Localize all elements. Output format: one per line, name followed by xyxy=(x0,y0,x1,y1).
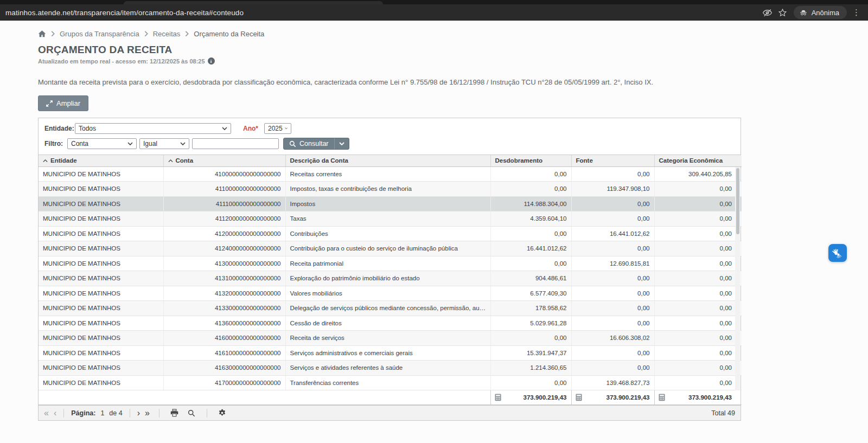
table-row[interactable]: MUNICIPIO DE MATINHOS 416000000000000000… xyxy=(39,331,742,346)
col-label: Descrição da Conta xyxy=(290,157,348,164)
cell-categoria: 0,00 xyxy=(654,361,742,376)
browser-menu-icon[interactable]: ⋮ xyxy=(850,8,863,17)
divider xyxy=(130,409,130,418)
table-row[interactable]: MUNICIPIO DE MATINHOS 412400000000000000… xyxy=(39,241,742,256)
libras-accessibility-button[interactable] xyxy=(828,244,847,262)
table-row[interactable]: MUNICIPIO DE MATINHOS 413200000000000000… xyxy=(39,286,742,301)
settings-gear-icon[interactable] xyxy=(216,408,228,419)
breadcrumb-grupos[interactable]: Grupos da Transparência xyxy=(60,30,139,38)
ano-select[interactable]: 2025 xyxy=(264,123,291,134)
cell-conta: 4170000000000000000 xyxy=(163,375,285,390)
cell-conta: 4160000000000000000 xyxy=(163,331,285,346)
consultar-label: Consultar xyxy=(299,140,329,147)
table-scrollbar[interactable] xyxy=(735,167,740,390)
table-row[interactable]: MUNICIPIO DE MATINHOS 413600000000000000… xyxy=(39,316,742,331)
cell-categoria: 0,00 xyxy=(654,331,742,346)
cell-desdobramento: 16.441.012,62 xyxy=(490,241,571,256)
chevron-right-icon xyxy=(144,31,148,37)
eye-off-icon[interactable] xyxy=(760,5,775,20)
data-panel: Entidade: Todos Ano* 2025 Filtro: Conta xyxy=(38,118,741,421)
table-row[interactable]: MUNICIPIO DE MATINHOS 413000000000000000… xyxy=(39,256,742,271)
cell-entidade: MUNICIPIO DE MATINHOS xyxy=(39,361,163,376)
cell-entidade: MUNICIPIO DE MATINHOS xyxy=(39,256,163,271)
col-label: Entidade xyxy=(50,157,77,164)
col-header-entidade[interactable]: Entidade xyxy=(39,155,163,166)
cell-descricao: Transferências correntes xyxy=(285,375,490,390)
col-header-fonte[interactable]: Fonte xyxy=(571,155,654,166)
col-label: Desdobramento xyxy=(495,157,543,164)
bookmark-star-icon[interactable] xyxy=(775,5,790,20)
cell-descricao: Receita de serviços xyxy=(285,331,490,346)
col-header-categoria[interactable]: Categoria Econômica xyxy=(654,155,742,166)
cell-conta: 4161000000000000000 xyxy=(163,345,285,361)
cell-categoria: 0,00 xyxy=(654,226,742,241)
next-page-button[interactable]: › xyxy=(137,409,140,418)
table-row[interactable]: MUNICIPIO DE MATINHOS 416300000000000000… xyxy=(39,361,742,376)
cell-fonte: 119.347.908,10 xyxy=(571,182,654,197)
zoom-search-icon[interactable] xyxy=(186,408,197,419)
cell-entidade: MUNICIPIO DE MATINHOS xyxy=(39,241,163,256)
consultar-dropdown-arrow[interactable] xyxy=(334,138,349,149)
last-page-button[interactable]: » xyxy=(145,409,150,418)
cell-conta: 4110000000000000000 xyxy=(163,182,285,197)
url-bar[interactable]: matinhos.atende.net/transparencia/item/o… xyxy=(5,9,244,17)
cell-entidade: MUNICIPIO DE MATINHOS xyxy=(39,331,163,346)
col-header-desdobramento[interactable]: Desdobramento xyxy=(490,155,571,166)
col-header-descricao[interactable]: Descrição da Conta xyxy=(285,155,490,166)
incognito-label: Anônima xyxy=(812,9,839,17)
breadcrumb: Grupos da Transparência Receitas Orçamen… xyxy=(38,30,741,38)
cell-conta: 4124000000000000000 xyxy=(163,241,285,256)
cell-entidade: MUNICIPIO DE MATINHOS xyxy=(39,286,163,301)
incognito-badge[interactable]: Anônima xyxy=(794,6,847,19)
entidade-select[interactable]: Todos xyxy=(75,123,231,134)
table-row[interactable]: MUNICIPIO DE MATINHOS 416100000000000000… xyxy=(39,345,742,361)
table-row[interactable]: MUNICIPIO DE MATINHOS 413300000000000000… xyxy=(39,301,742,316)
filtro-operador-select[interactable]: Igual xyxy=(139,138,189,149)
chevron-down-icon xyxy=(339,142,344,145)
first-page-button[interactable]: « xyxy=(44,409,49,418)
entidade-label: Entidade: xyxy=(44,125,75,132)
col-header-conta[interactable]: Conta xyxy=(163,155,285,166)
page-label: Página: xyxy=(71,409,95,417)
filtro-campo-select[interactable]: Conta xyxy=(67,138,137,149)
breadcrumb-receitas[interactable]: Receitas xyxy=(153,30,181,38)
cell-desdobramento: 0,00 xyxy=(490,331,571,346)
table-footer: « ‹ Página: 1 de 4 › » xyxy=(39,405,741,420)
consultar-button[interactable]: Consultar xyxy=(283,138,349,150)
cell-conta: 4111000000000000000 xyxy=(163,196,285,211)
cell-fonte: 0,00 xyxy=(571,286,654,301)
cell-entidade: MUNICIPIO DE MATINHOS xyxy=(39,271,163,286)
scrollbar-thumb[interactable] xyxy=(736,168,739,234)
table-row[interactable]: MUNICIPIO DE MATINHOS 410000000000000000… xyxy=(39,166,742,182)
print-icon[interactable] xyxy=(169,408,181,419)
total-desdobramento-cell: 373.900.219,43 xyxy=(490,390,571,405)
totals-row: 373.900.219,43 373.900.219,43 xyxy=(39,390,742,405)
page-description: Montante da receita prevista para o exer… xyxy=(38,78,741,86)
cell-desdobramento: 114.988.304,00 xyxy=(490,196,571,211)
home-icon[interactable] xyxy=(38,30,46,38)
table-row[interactable]: MUNICIPIO DE MATINHOS 413100000000000000… xyxy=(39,271,742,286)
browser-tab[interactable] xyxy=(124,1,383,4)
info-icon[interactable]: i xyxy=(208,57,215,65)
table-row[interactable]: MUNICIPIO DE MATINHOS 417000000000000000… xyxy=(39,375,742,390)
cell-descricao: Delegação de serviços públicos mediante … xyxy=(285,301,490,316)
cell-categoria: 0,00 xyxy=(654,316,742,331)
cell-descricao: Valores mobiliários xyxy=(285,286,490,301)
incognito-icon xyxy=(799,8,808,17)
ano-label: Ano* xyxy=(243,125,258,132)
table-row[interactable]: MUNICIPIO DE MATINHOS 411100000000000000… xyxy=(39,196,742,211)
filtro-valor-input[interactable] xyxy=(192,138,279,149)
cell-descricao: Serviços administrativos e comerciais ge… xyxy=(285,345,490,361)
table-row[interactable]: MUNICIPIO DE MATINHOS 411200000000000000… xyxy=(39,211,742,227)
cell-fonte: 0,00 xyxy=(571,196,654,211)
ano-value: 2025 xyxy=(268,125,283,132)
current-page[interactable]: 1 xyxy=(100,409,104,417)
ampliar-button[interactable]: Ampliar xyxy=(38,95,88,111)
table-row[interactable]: MUNICIPIO DE MATINHOS 411000000000000000… xyxy=(39,182,742,197)
cell-entidade: MUNICIPIO DE MATINHOS xyxy=(39,316,163,331)
prev-page-button[interactable]: ‹ xyxy=(54,409,56,418)
table-row[interactable]: MUNICIPIO DE MATINHOS 412000000000000000… xyxy=(39,226,742,241)
cell-entidade: MUNICIPIO DE MATINHOS xyxy=(39,375,163,390)
cell-conta: 4163000000000000000 xyxy=(163,361,285,376)
sort-asc-icon xyxy=(168,159,173,162)
